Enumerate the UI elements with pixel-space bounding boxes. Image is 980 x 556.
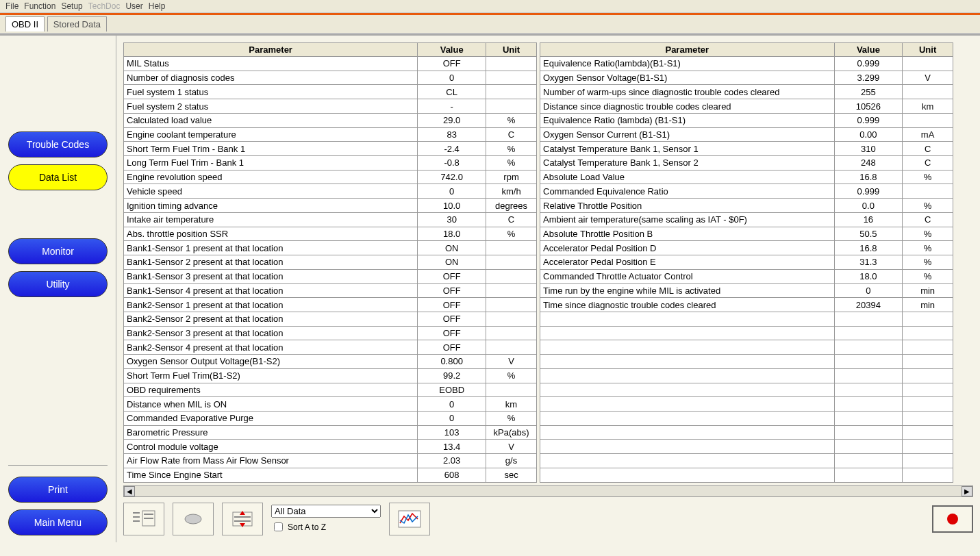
table-row[interactable]: Commanded Throttle Actuator Control18.0%: [540, 269, 953, 283]
table-row[interactable]: Catalyst Temperature Bank 1, Sensor 2248…: [540, 156, 953, 170]
table-row[interactable]: Commanded Equivalence Ratio0.999: [540, 184, 953, 199]
table-row[interactable]: Time run by the engine while MIL is acti…: [540, 283, 953, 298]
cell-unit: %: [903, 199, 953, 213]
table-row[interactable]: Barometric Pressure103kPa(abs): [124, 425, 537, 440]
table-row[interactable]: Accelerator Pedal Position E31.3%: [540, 255, 953, 270]
table-row[interactable]: Bank2-Sensor 3 present at that locationO…: [124, 326, 537, 340]
filter-dropdown[interactable]: All Data: [271, 505, 381, 518]
table-row[interactable]: [540, 454, 953, 468]
table-row[interactable]: [540, 425, 953, 440]
table-row[interactable]: [540, 326, 953, 340]
data-list-button[interactable]: Data List: [8, 164, 108, 190]
table-row[interactable]: Intake air temperature30C: [124, 212, 537, 227]
col-parameter: Parameter: [540, 43, 835, 57]
cell-parameter: Catalyst Temperature Bank 1, Sensor 2: [540, 156, 835, 170]
table-row[interactable]: Bank1-Sensor 1 present at that locationO…: [124, 241, 537, 255]
utility-button[interactable]: Utility: [8, 271, 108, 297]
cell-parameter: Catalyst Temperature Bank 1, Sensor 1: [540, 142, 835, 156]
svg-rect-1: [133, 516, 140, 518]
table-row[interactable]: Engine coolant temperature83C: [124, 127, 537, 142]
table-row[interactable]: Engine revolution speed742.0rpm: [124, 170, 537, 184]
table-row[interactable]: MIL StatusOFF: [124, 57, 537, 71]
menu-techdoc[interactable]: TechDoc: [88, 1, 121, 11]
menu-file[interactable]: File: [5, 1, 18, 11]
table-row[interactable]: Absolute Load Value16.8%: [540, 170, 953, 184]
svg-rect-8: [234, 516, 251, 518]
table-row[interactable]: [540, 383, 953, 397]
tab-stored-data[interactable]: Stored Data: [47, 16, 107, 31]
menu-user[interactable]: User: [125, 1, 142, 11]
table-row[interactable]: Absolute Throttle Position B50.5%: [540, 227, 953, 241]
table-row[interactable]: [540, 340, 953, 355]
cell-parameter: Short Term Fuel Trim - Bank 1: [124, 142, 418, 156]
cell-value: 0: [418, 411, 486, 425]
table-row[interactable]: [540, 312, 953, 326]
table-row[interactable]: Number of warm-ups since diagnostic trou…: [540, 85, 953, 99]
table-row[interactable]: Time since diagnostic trouble codes clea…: [540, 298, 953, 312]
monitor-button[interactable]: Monitor: [8, 238, 108, 264]
table-row[interactable]: [540, 468, 953, 482]
table-row[interactable]: Oxygen Sensor Current (B1-S1)0.00mA: [540, 127, 953, 142]
table-row[interactable]: Bank1-Sensor 3 present at that locationO…: [124, 269, 537, 283]
table-row[interactable]: Equivalence Ratio(lambda)(B1-S1)0.999: [540, 57, 953, 71]
table-row[interactable]: OBD requirementsEOBD: [124, 383, 537, 397]
table-row[interactable]: Air Flow Rate from Mass Air Flow Sensor2…: [124, 454, 537, 468]
cell-unit: degrees: [486, 199, 537, 213]
table-row[interactable]: Commanded Evaporative Purge0%: [124, 411, 537, 425]
table-row[interactable]: [540, 368, 953, 383]
table-row[interactable]: Bank2-Sensor 2 present at that locationO…: [124, 312, 537, 326]
table-row[interactable]: Ambient air temperature(same scaling as …: [540, 212, 953, 227]
view-minmax-button[interactable]: [222, 503, 263, 535]
horizontal-scrollbar[interactable]: ◀ ▶: [123, 485, 973, 497]
sort-checkbox[interactable]: [274, 522, 283, 531]
scroll-left-arrow[interactable]: ◀: [124, 486, 135, 496]
table-row[interactable]: Short Term Fuel Trim - Bank 1-2.4%: [124, 142, 537, 156]
cell-parameter: Accelerator Pedal Position D: [540, 241, 835, 255]
table-row[interactable]: Oxygen Sensor Voltage(B1-S1)3.299V: [540, 71, 953, 85]
table-row[interactable]: Bank2-Sensor 1 present at that locationO…: [124, 298, 537, 312]
table-row[interactable]: [540, 355, 953, 369]
table-row[interactable]: Equivalence Ratio (lambda) (B1-S1)0.999: [540, 113, 953, 127]
table-row[interactable]: Distance since diagnostic trouble codes …: [540, 99, 953, 114]
tab-obd2[interactable]: OBD II: [5, 16, 45, 31]
cell-value: -0.8: [418, 156, 486, 170]
cell-unit: [486, 326, 537, 340]
view-list-button[interactable]: [123, 503, 164, 535]
cell-unit: [486, 241, 537, 255]
main-menu-button[interactable]: Main Menu: [8, 509, 108, 535]
record-button[interactable]: [932, 505, 973, 533]
table-row[interactable]: [540, 397, 953, 412]
table-row[interactable]: Distance when MIL is ON0km: [124, 397, 537, 412]
table-row[interactable]: Time Since Engine Start608sec: [124, 468, 537, 482]
menu-setup[interactable]: Setup: [61, 1, 82, 11]
table-row[interactable]: Catalyst Temperature Bank 1, Sensor 1310…: [540, 142, 953, 156]
menu-function[interactable]: Function: [24, 1, 55, 11]
sort-checkbox-row[interactable]: Sort A to Z: [271, 520, 381, 533]
scroll-right-arrow[interactable]: ▶: [962, 486, 972, 496]
table-row[interactable]: [540, 411, 953, 425]
table-row[interactable]: Long Term Fuel Trim - Bank 1-0.8%: [124, 156, 537, 170]
tables-row: Parameter Value Unit MIL StatusOFFNumber…: [123, 42, 973, 483]
menu-help[interactable]: Help: [149, 1, 166, 11]
table-row[interactable]: Vehicle speed0km/h: [124, 184, 537, 199]
table-row[interactable]: Bank2-Sensor 4 present at that locationO…: [124, 340, 537, 355]
table-row[interactable]: Relative Throttle Position0.0%: [540, 199, 953, 213]
view-selection-button[interactable]: [173, 503, 214, 535]
cell-unit: min: [903, 283, 953, 298]
table-row[interactable]: Ignition timing advance10.0degrees: [124, 199, 537, 213]
table-row[interactable]: Oxygen Sensor Output Voltage(B1-S2)0.800…: [124, 355, 537, 369]
print-button[interactable]: Print: [8, 477, 108, 503]
table-row[interactable]: Bank1-Sensor 4 present at that locationO…: [124, 283, 537, 298]
graph-button[interactable]: [389, 503, 430, 535]
table-row[interactable]: Calculated load value29.0%: [124, 113, 537, 127]
table-row[interactable]: Short Term Fuel Trim(B1-S2)99.2%: [124, 368, 537, 383]
table-row[interactable]: Control module voltage13.4V: [124, 440, 537, 454]
table-row[interactable]: [540, 440, 953, 454]
trouble-codes-button[interactable]: Trouble Codes: [8, 131, 108, 157]
table-row[interactable]: Bank1-Sensor 2 present at that locationO…: [124, 255, 537, 270]
table-row[interactable]: Number of diagnosis codes0: [124, 71, 537, 85]
table-row[interactable]: Fuel system 1 statusCL: [124, 85, 537, 99]
table-row[interactable]: Fuel system 2 status-: [124, 99, 537, 114]
table-row[interactable]: Accelerator Pedal Position D16.8%: [540, 241, 953, 255]
table-row[interactable]: Abs. throttle position SSR18.0%: [124, 227, 537, 241]
